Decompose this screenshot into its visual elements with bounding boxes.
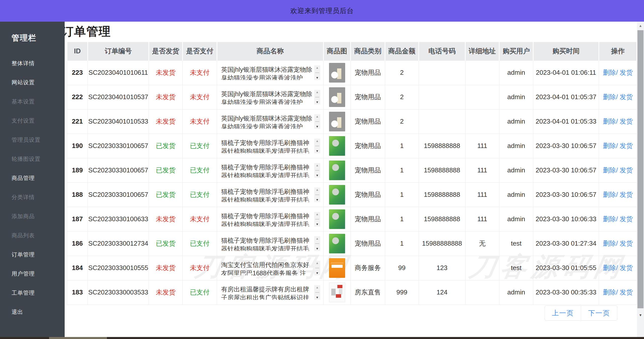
product-name-textarea[interactable]: 猫梳子宠物专用除浮毛刷撸猫神器针梳狗狗猫咪毛发清理开结毛 ▲ ▼	[220, 139, 320, 153]
sidebar-item-1[interactable]: 网站设置	[0, 73, 65, 92]
scroll-down-icon[interactable]: ▼	[316, 247, 319, 250]
delete-link[interactable]: 删除	[603, 142, 616, 149]
delete-link[interactable]: 删除	[603, 288, 616, 296]
sidebar-item-8[interactable]: 添加商品	[0, 207, 65, 226]
textarea-scrollbar[interactable]: ▲ ▼	[314, 65, 320, 80]
table-row: 223 SC20230401010611 未发货 未支付 英国jhly银渐层猫咪…	[67, 60, 637, 85]
scroll-up-icon[interactable]: ▲	[316, 188, 319, 191]
prev-page-button[interactable]: 上一页	[545, 306, 581, 321]
scroll-up-icon[interactable]: ▲	[316, 286, 319, 289]
buyer: admin	[499, 109, 533, 134]
product-name-textarea[interactable]: 猫梳子宠物专用除浮毛刷撸猫神器针梳狗狗猫咪毛发清理开结毛 ▲ ▼	[220, 212, 320, 227]
order-id: 188	[67, 182, 88, 207]
product-image	[329, 87, 345, 107]
ship-link[interactable]: 发货	[620, 264, 633, 272]
scrollbar-down-icon[interactable]: ▼	[637, 313, 644, 317]
product-name-textarea[interactable]: 猫梳子宠物专用除浮毛刷撸猫神器针梳狗狗猫咪毛发清理开结毛 ▲ ▼	[220, 236, 320, 251]
sidebar-item-3[interactable]: 支付设置	[0, 111, 65, 130]
sidebar-item-2[interactable]: 基本设置	[0, 92, 65, 111]
scroll-down-icon[interactable]: ▼	[316, 101, 319, 104]
ship-link[interactable]: 发货	[620, 288, 633, 296]
scroll-up-icon[interactable]: ▲	[316, 164, 319, 167]
pay-status: 已支付	[183, 182, 217, 207]
product-name-textarea[interactable]: 淘宝支付宝信用代拍闲鱼京东好友阿里巴巴1688代商务服务 注 ▲ ▼	[220, 261, 320, 275]
address	[465, 85, 499, 109]
sidebar-item-12[interactable]: 工单管理	[0, 283, 65, 303]
buyer: admin	[499, 85, 533, 109]
scroll-up-icon[interactable]: ▲	[316, 261, 319, 265]
textarea-scrollbar[interactable]: ▲ ▼	[314, 187, 320, 202]
order-id: 183	[67, 280, 88, 305]
sidebar-item-9[interactable]: 商品列表	[0, 226, 65, 245]
horizontal-scrollbar-thumb[interactable]	[49, 337, 107, 339]
product-name-textarea[interactable]: 猫梳子宠物专用除浮毛刷撸猫神器针梳狗狗猫咪毛发清理开结毛 ▲ ▼	[220, 163, 320, 178]
sidebar-item-5[interactable]: 轮播图设置	[0, 149, 65, 169]
delete-link[interactable]: 删除	[603, 240, 616, 247]
textarea-scrollbar[interactable]: ▲ ▼	[314, 261, 320, 275]
sidebar-item-0[interactable]: 整体详情	[0, 54, 65, 73]
sidebar-item-13[interactable]: 退出	[0, 303, 65, 322]
scroll-up-icon[interactable]: ▲	[316, 115, 319, 118]
product-image	[329, 161, 345, 180]
scroll-down-icon[interactable]: ▼	[316, 125, 319, 128]
textarea-scrollbar[interactable]: ▲ ▼	[314, 285, 320, 300]
delete-link[interactable]: 删除	[603, 215, 616, 223]
delete-link[interactable]: 删除	[603, 69, 616, 76]
product-name-textarea[interactable]: 英国jhly银渐层猫咪沐浴露宠物除臭幼猫洗澡专用浴液香波洗护 ▲ ▼	[220, 65, 320, 80]
product-amount: 1	[385, 134, 419, 158]
phone-number: 15988888888	[419, 231, 465, 256]
product-name-textarea[interactable]: 有房出租温馨提示牌有房出租牌子房屋出租出售广告贴纸标识挂 ▲ ▼	[220, 285, 320, 300]
scroll-down-icon[interactable]: ▼	[316, 272, 319, 275]
order-number: SC20230330100657	[88, 182, 149, 207]
scroll-down-icon[interactable]: ▼	[316, 149, 319, 153]
product-name-textarea[interactable]: 英国jhly银渐层猫咪沐浴露宠物除臭幼猫洗澡专用浴液香波洗护 ▲ ▼	[220, 114, 320, 129]
textarea-scrollbar[interactable]: ▲ ▼	[314, 236, 320, 251]
delete-link[interactable]: 删除	[603, 264, 616, 272]
ship-link[interactable]: 发货	[620, 166, 633, 174]
delete-link[interactable]: 删除	[603, 118, 616, 125]
next-page-button[interactable]: 下一页	[581, 306, 617, 321]
product-name-textarea[interactable]: 英国jhly银渐层猫咪沐浴露宠物除臭幼猫洗澡专用浴液香波洗护 ▲ ▼	[220, 90, 320, 104]
scroll-up-icon[interactable]: ▲	[316, 139, 319, 142]
order-number: SC20230330100657	[88, 134, 149, 158]
scroll-up-icon[interactable]: ▲	[316, 91, 319, 94]
purchase-time: 2023-04-01 01:06:11	[533, 60, 599, 85]
scrollbar-up-icon[interactable]: ▲	[637, 24, 644, 28]
product-category: 商务服务	[351, 256, 385, 280]
delete-link[interactable]: 删除	[603, 93, 616, 101]
sidebar-item-7[interactable]: 分类详情	[0, 188, 65, 207]
scroll-down-icon[interactable]: ▼	[316, 198, 319, 201]
sidebar-item-11[interactable]: 用户管理	[0, 264, 65, 283]
scroll-down-icon[interactable]: ▼	[316, 223, 319, 226]
sidebar-item-10[interactable]: 订单管理	[0, 245, 65, 264]
delete-link[interactable]: 删除	[603, 191, 616, 198]
textarea-scrollbar[interactable]: ▲ ▼	[314, 90, 320, 104]
textarea-scrollbar[interactable]: ▲ ▼	[314, 139, 320, 153]
product-name-textarea[interactable]: 猫梳子宠物专用除浮毛刷撸猫神器针梳狗狗猫咪毛发清理开结毛 ▲ ▼	[220, 187, 320, 202]
ship-link[interactable]: 发货	[620, 118, 633, 125]
scroll-down-icon[interactable]: ▼	[316, 174, 319, 177]
scrollbar-thumb[interactable]	[637, 30, 643, 308]
scroll-up-icon[interactable]: ▲	[316, 66, 319, 69]
textarea-scrollbar[interactable]: ▲ ▼	[314, 212, 320, 227]
scroll-down-icon[interactable]: ▼	[316, 296, 319, 299]
sidebar-item-4[interactable]: 管理员设置	[0, 130, 65, 149]
scroll-up-icon[interactable]: ▲	[316, 213, 319, 216]
horizontal-scrollbar[interactable]	[0, 337, 644, 339]
ship-link[interactable]: 发货	[620, 69, 633, 76]
vertical-scrollbar[interactable]: ▲ ▼	[637, 22, 644, 337]
ship-link[interactable]: 发货	[620, 191, 633, 198]
textarea-scrollbar[interactable]: ▲ ▼	[314, 114, 320, 129]
textarea-scrollbar[interactable]: ▲ ▼	[314, 163, 320, 178]
ship-link[interactable]: 发货	[620, 215, 633, 223]
table-row: 222 SC20230401010537 未发货 未支付 英国jhly银渐层猫咪…	[67, 85, 637, 109]
scroll-down-icon[interactable]: ▼	[316, 76, 319, 79]
delete-link[interactable]: 删除	[603, 166, 616, 174]
ship-link[interactable]: 发货	[620, 142, 633, 149]
phone-number: 124	[419, 280, 465, 305]
sidebar-item-6[interactable]: 商品管理	[0, 169, 65, 188]
table-row: 188 SC20230330100657 已发货 已支付 猫梳子宠物专用除浮毛刷…	[67, 182, 637, 207]
ship-link[interactable]: 发货	[620, 93, 633, 101]
scroll-up-icon[interactable]: ▲	[316, 237, 319, 240]
ship-link[interactable]: 发货	[620, 240, 633, 247]
